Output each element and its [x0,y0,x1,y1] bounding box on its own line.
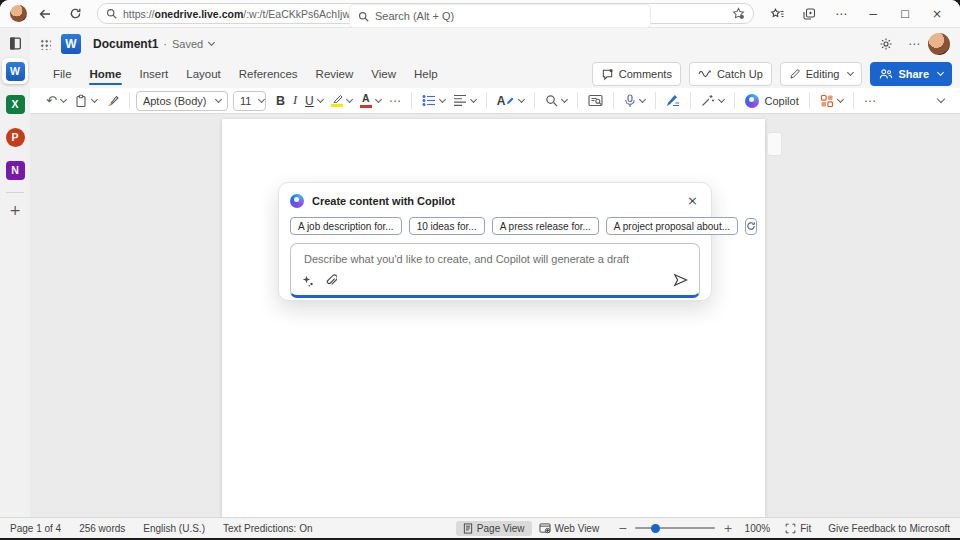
copilot-prompt-input[interactable] [302,252,686,266]
sidebar-add-icon[interactable]: + [9,202,21,218]
page-view-icon [463,523,473,534]
tab-insert[interactable]: Insert [130,62,177,86]
document-page[interactable] [222,119,765,517]
undo-button[interactable]: ↶ [42,93,70,108]
fit-icon [785,523,796,534]
save-status-chevron-icon[interactable] [208,39,215,46]
collapse-ribbon-icon[interactable] [937,95,945,103]
zoom-level[interactable]: 100% [745,523,771,534]
header-more-icon[interactable]: ⋯ [900,37,928,51]
zoom-out-icon[interactable]: − [618,522,627,535]
settings-gear-icon[interactable] [872,37,900,51]
document-title[interactable]: Document1 [93,37,158,51]
back-icon[interactable] [33,7,57,21]
format-painter-button[interactable] [101,94,123,108]
sidebar-item-excel[interactable]: X [2,91,28,117]
editor-button[interactable] [662,94,684,107]
magic-wand-button[interactable] [697,94,728,107]
browser-profile-avatar[interactable] [10,5,27,22]
save-status[interactable]: Saved [172,38,203,50]
editing-mode-button[interactable]: Editing [780,62,863,86]
refresh-icon[interactable] [63,7,87,20]
ribbon-tabs: File Home Insert Layout References Revie… [30,60,960,88]
page-view-toggle[interactable]: Page View [456,521,532,536]
sidebar-item-powerpoint[interactable]: P [2,124,28,150]
account-avatar[interactable] [928,33,950,55]
highlight-button[interactable] [327,94,356,107]
tab-home[interactable]: Home [81,62,131,86]
find-button[interactable] [541,94,571,107]
zoom-slider[interactable] [635,527,715,529]
page-info[interactable]: Page 1 of 4 [10,523,61,534]
align-button[interactable] [449,94,480,107]
chip-press-release[interactable]: A press release for... [492,217,599,235]
maximize-icon[interactable]: □ [892,8,918,19]
sidebar-item-word[interactable]: W [2,58,28,84]
font-size-select[interactable]: 11 [233,91,266,111]
language[interactable]: English (U.S.) [143,523,205,534]
italic-button[interactable]: I [289,93,301,108]
font-name-select[interactable]: Aptos (Body) [136,91,228,111]
chip-project-proposal[interactable]: A project proposal about... [606,217,738,235]
feedback-link[interactable]: Give Feedback to Microsoft [828,523,950,534]
browser-more-icon[interactable]: ⋯ [828,7,854,21]
font-color-button[interactable]: A [356,93,385,108]
send-button[interactable] [673,273,688,287]
tab-file[interactable]: File [44,62,81,86]
close-icon[interactable]: × [924,7,950,21]
web-view-toggle[interactable]: Web View [532,521,607,536]
bold-button[interactable]: B [272,94,289,108]
styles-button[interactable]: A [493,94,529,108]
edge-sidebar: W X P N + [0,28,30,517]
comments-button[interactable]: Comments [592,62,681,86]
paste-button[interactable] [70,94,101,108]
copilot-dialog-title: Create content with Copilot [312,195,677,207]
close-icon[interactable]: × [685,192,700,209]
tab-help[interactable]: Help [405,62,447,86]
add-ins-button[interactable] [816,94,847,108]
title-separator: · [163,38,167,50]
underline-button[interactable]: U [301,94,327,108]
minimize-icon[interactable]: − [860,7,886,21]
chip-job-description[interactable]: A job description for... [290,217,402,235]
fit-button[interactable]: Fit [778,521,818,536]
bookmark-star-icon[interactable] [732,7,745,20]
tab-references[interactable]: References [230,62,307,86]
sidebar-divider [6,192,24,193]
tab-view[interactable]: View [362,62,405,86]
tab-review[interactable]: Review [307,62,363,86]
text-predictions[interactable]: Text Predictions: On [223,523,312,534]
zoom-in-icon[interactable]: + [723,522,732,535]
page-anchor-button[interactable] [767,132,782,156]
word-logo[interactable]: W [61,34,81,54]
refresh-suggestions-button[interactable] [745,218,757,235]
favorites-bar-icon[interactable] [764,7,790,21]
dictate-button[interactable] [620,94,649,108]
font-more-icon[interactable]: ⋯ [385,94,405,108]
format-painter-icon [105,94,119,108]
refresh-icon [746,221,756,231]
font-color-icon: A [360,93,372,108]
search-placeholder: Search (Alt + Q) [375,10,454,22]
comment-icon [601,68,614,81]
tab-layout[interactable]: Layout [177,62,230,86]
attach-paperclip-icon[interactable] [325,274,337,287]
word-count[interactable]: 256 words [79,523,125,534]
search-box[interactable]: Search (Alt + Q) [350,5,650,27]
waffle-menu-icon[interactable] [40,39,51,50]
bullets-button[interactable] [418,94,449,107]
zoom-slider-knob[interactable] [651,524,660,533]
copilot-dialog-header: Create content with Copilot × [290,192,700,209]
reader-button[interactable] [584,94,607,107]
notebook-icon[interactable] [8,36,23,51]
catch-up-button[interactable]: Catch Up [689,62,772,86]
catch-up-icon [698,68,712,80]
copilot-icon [290,194,304,208]
collections-icon[interactable] [796,7,822,21]
share-button[interactable]: Share [870,62,952,86]
copilot-button[interactable]: Copilot [741,94,802,108]
sparkle-rewrite-icon[interactable] [302,275,314,287]
sidebar-item-onenote[interactable]: N [2,157,28,183]
chip-ten-ideas[interactable]: 10 ideas for... [409,217,485,235]
toolbar-more-icon[interactable]: ⋯ [860,94,880,108]
